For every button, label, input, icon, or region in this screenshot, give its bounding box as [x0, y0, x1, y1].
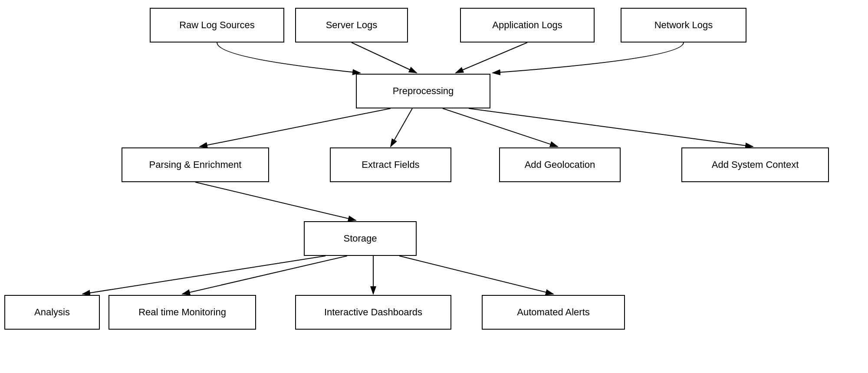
extract-fields-node: Extract Fields: [330, 147, 451, 182]
analysis-node: Analysis: [4, 295, 100, 330]
automated-alerts-label: Automated Alerts: [517, 307, 590, 318]
server-logs-label: Server Logs: [326, 20, 378, 31]
raw-log-sources-label: Raw Log Sources: [179, 20, 255, 31]
extract-fields-label: Extract Fields: [362, 159, 419, 170]
network-logs-label: Network Logs: [654, 20, 713, 31]
interactive-dashboards-node: Interactive Dashboards: [295, 295, 451, 330]
add-system-context-node: Add System Context: [681, 147, 829, 182]
add-geolocation-node: Add Geolocation: [499, 147, 621, 182]
analysis-label: Analysis: [34, 307, 70, 318]
preprocessing-label: Preprocessing: [393, 85, 454, 97]
parsing-enrichment-label: Parsing & Enrichment: [149, 159, 242, 170]
network-logs-node: Network Logs: [621, 8, 746, 43]
interactive-dashboards-label: Interactive Dashboards: [324, 307, 422, 318]
server-logs-node: Server Logs: [295, 8, 408, 43]
add-geolocation-label: Add Geolocation: [525, 159, 595, 170]
storage-node: Storage: [304, 221, 417, 256]
application-logs-node: Application Logs: [460, 8, 595, 43]
automated-alerts-node: Automated Alerts: [482, 295, 625, 330]
real-time-monitoring-node: Real time Monitoring: [108, 295, 256, 330]
storage-label: Storage: [343, 233, 377, 244]
parsing-enrichment-node: Parsing & Enrichment: [122, 147, 269, 182]
real-time-monitoring-label: Real time Monitoring: [138, 307, 226, 318]
add-system-context-label: Add System Context: [712, 159, 799, 170]
raw-log-sources-node: Raw Log Sources: [150, 8, 284, 43]
application-logs-label: Application Logs: [492, 20, 562, 31]
preprocessing-node: Preprocessing: [356, 74, 490, 108]
